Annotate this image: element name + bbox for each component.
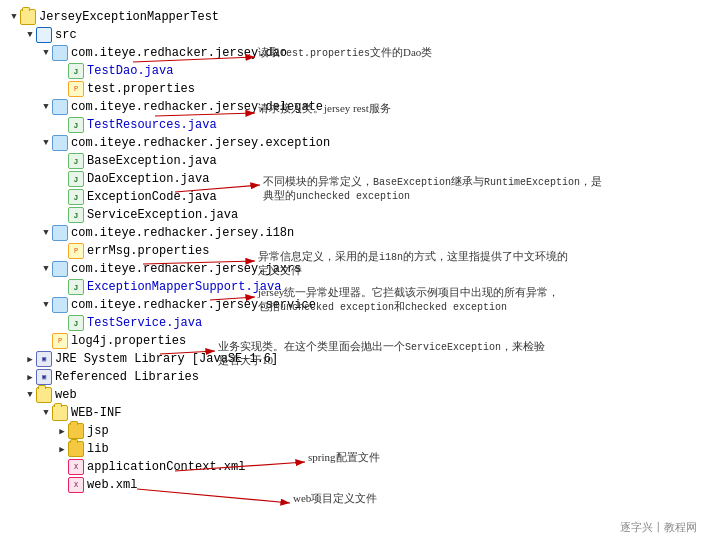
exmapper-label: ExceptionMapperSupport.java <box>87 280 281 294</box>
appctx-label: applicationContext.xml <box>87 460 245 474</box>
jsp-item[interactable]: jsp <box>8 422 701 440</box>
java-icon-se: J <box>68 207 84 223</box>
folder-icon-jsp <box>68 423 84 439</box>
lib-icon-jre: ▣ <box>36 351 52 367</box>
lib-folder-label: lib <box>87 442 109 456</box>
package-icon-s <box>52 297 68 313</box>
web-item[interactable]: web <box>8 386 701 404</box>
pkg-i18n-label: com.iteye.redhacker.jersey.i18n <box>71 226 294 240</box>
errmsg-label: errMsg.properties <box>87 244 209 258</box>
src-icon <box>36 27 52 43</box>
package-icon-i <box>52 225 68 241</box>
daoex-item[interactable]: J DaoException.java <box>8 170 701 188</box>
daoex-label: DaoException.java <box>87 172 209 186</box>
pkg-jaxrs-item[interactable]: com.iteye.redhacker.jersey.jaxrs <box>8 260 701 278</box>
pkg-delegate-item[interactable]: com.iteye.redhacker.jersey.delegate <box>8 98 701 116</box>
package-icon-e <box>52 135 68 151</box>
pkg-dao-item[interactable]: com.iteye.redhacker.jersey.dao <box>8 44 701 62</box>
folder-icon-webinf <box>52 405 68 421</box>
expand-webinf[interactable] <box>40 408 52 418</box>
ref-lib-item[interactable]: ▣ Referenced Libraries <box>8 368 701 386</box>
testprops-item[interactable]: P test.properties <box>8 80 701 98</box>
lib-folder-item[interactable]: lib <box>8 440 701 458</box>
pkg-exception-item[interactable]: com.iteye.redhacker.jersey.exception <box>8 134 701 152</box>
expand-jre[interactable] <box>24 354 36 365</box>
exmapper-item[interactable]: J ExceptionMapperSupport.java <box>8 278 701 296</box>
expand-pkg-ex[interactable] <box>40 138 52 148</box>
java-icon-tr: J <box>68 117 84 133</box>
pkg-service-item[interactable]: com.iteye.redhacker.jersey.service <box>8 296 701 314</box>
props-icon: P <box>68 81 84 97</box>
xml-icon-app: X <box>68 459 84 475</box>
java-icon-de: J <box>68 171 84 187</box>
testsvc-label: TestService.java <box>87 316 202 330</box>
xml-icon-web: X <box>68 477 84 493</box>
pkg-exception-label: com.iteye.redhacker.jersey.exception <box>71 136 330 150</box>
java-icon-be: J <box>68 153 84 169</box>
testdao-label: TestDao.java <box>87 64 173 78</box>
expand-web[interactable] <box>24 390 36 400</box>
webinf-item[interactable]: WEB-INF <box>8 404 701 422</box>
ref-lib-label: Referenced Libraries <box>55 370 199 384</box>
java-icon-em: J <box>68 279 84 295</box>
pkg-dao-label: com.iteye.redhacker.jersey.dao <box>71 46 287 60</box>
package-icon-d <box>52 99 68 115</box>
webxml-item[interactable]: X web.xml <box>8 476 701 494</box>
props-icon-l: P <box>52 333 68 349</box>
expand-src[interactable] <box>24 30 36 40</box>
java-icon: J <box>68 63 84 79</box>
props-icon-e: P <box>68 243 84 259</box>
folder-icon-lib <box>68 441 84 457</box>
baseex-item[interactable]: J BaseException.java <box>8 152 701 170</box>
webxml-label: web.xml <box>87 478 137 492</box>
root-label: JerseyExceptionMapperTest <box>39 10 219 24</box>
excode-label: ExceptionCode.java <box>87 190 217 204</box>
webinf-label: WEB-INF <box>71 406 121 420</box>
svcex-item[interactable]: J ServiceException.java <box>8 206 701 224</box>
log4j-item[interactable]: P log4j.properties <box>8 332 701 350</box>
web-label: web <box>55 388 77 402</box>
expand-pkg-svc[interactable] <box>40 300 52 310</box>
jsp-label: jsp <box>87 424 109 438</box>
testprops-label: test.properties <box>87 82 195 96</box>
java-icon-ts: J <box>68 315 84 331</box>
testdao-item[interactable]: J TestDao.java <box>8 62 701 80</box>
expand-reflib[interactable] <box>24 372 36 383</box>
errmsg-item[interactable]: P errMsg.properties <box>8 242 701 260</box>
pkg-jaxrs-label: com.iteye.redhacker.jersey.jaxrs <box>71 262 301 276</box>
watermark: 逐字兴丨教程网 <box>620 520 697 535</box>
baseex-label: BaseException.java <box>87 154 217 168</box>
expand-pkg-i18n[interactable] <box>40 228 52 238</box>
package-icon-j <box>52 261 68 277</box>
testsvc-item[interactable]: J TestService.java <box>8 314 701 332</box>
excode-item[interactable]: J ExceptionCode.java <box>8 188 701 206</box>
folder-icon-web <box>36 387 52 403</box>
log4j-label: log4j.properties <box>71 334 186 348</box>
pkg-delegate-label: com.iteye.redhacker.jersey.delegate <box>71 100 323 114</box>
appctx-item[interactable]: X applicationContext.xml <box>8 458 701 476</box>
expand-root[interactable] <box>8 12 20 22</box>
testresources-label: TestResources.java <box>87 118 217 132</box>
expand-lib[interactable] <box>56 444 68 455</box>
root-item[interactable]: JerseyExceptionMapperTest <box>8 8 701 26</box>
package-icon <box>52 45 68 61</box>
svcex-label: ServiceException.java <box>87 208 238 222</box>
jre-lib-label: JRE System Library [JavaSE-1.6] <box>55 352 278 366</box>
pkg-i18n-item[interactable]: com.iteye.redhacker.jersey.i18n <box>8 224 701 242</box>
src-item[interactable]: src <box>8 26 701 44</box>
testresources-item[interactable]: J TestResources.java <box>8 116 701 134</box>
pkg-service-label: com.iteye.redhacker.jersey.service <box>71 298 316 312</box>
expand-jsp[interactable] <box>56 426 68 437</box>
java-icon-ec: J <box>68 189 84 205</box>
src-label: src <box>55 28 77 42</box>
expand-pkg-jaxrs[interactable] <box>40 264 52 274</box>
expand-pkg-delegate[interactable] <box>40 102 52 112</box>
expand-pkg-dao[interactable] <box>40 48 52 58</box>
jre-lib-item[interactable]: ▣ JRE System Library [JavaSE-1.6] <box>8 350 701 368</box>
lib-icon-ref: ▣ <box>36 369 52 385</box>
project-icon <box>20 9 36 25</box>
